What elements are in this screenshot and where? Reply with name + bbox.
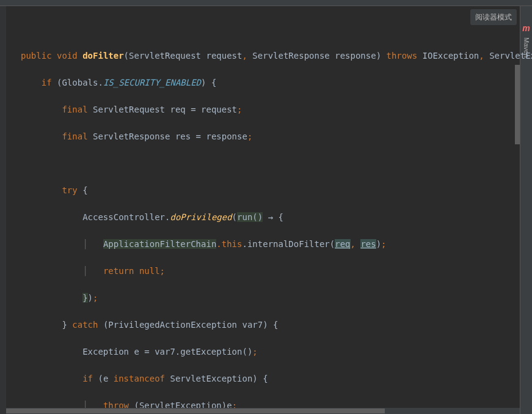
code-line: } catch (PrivilegedActionException var7)…	[6, 318, 532, 331]
code-line: if (Globals.IS_SECURITY_ENABLED) {	[6, 76, 532, 89]
top-bar	[0, 0, 532, 6]
scrollbar-horizontal-track[interactable]	[6, 408, 520, 414]
code-line: Exception e = var7.getException();	[6, 345, 532, 358]
code-line	[6, 157, 532, 170]
code-line: public void doFilter(ServletRequest requ…	[6, 49, 532, 62]
code-line: AccessController.doPrivileged(run() → {	[6, 210, 532, 224]
scrollbar-horizontal-thumb[interactable]	[6, 408, 385, 413]
code-line: try {	[6, 183, 532, 197]
code-line: if (e instanceof ServletException) {	[6, 372, 532, 385]
code-line: final ServletRequest req = request;	[6, 103, 532, 116]
code-line: │ return null;	[6, 264, 532, 278]
code-line: │ ApplicationFilterChain.this.internalDo…	[6, 237, 532, 251]
code-line	[6, 22, 532, 35]
code-area[interactable]: public void doFilter(ServletRequest requ…	[6, 6, 532, 414]
editor-gutter[interactable]	[0, 6, 6, 414]
code-line: final ServletResponse res = response;	[6, 130, 532, 143]
scrollbar-vertical-track[interactable]	[514, 22, 520, 405]
scrollbar-vertical-thumb[interactable]	[515, 65, 520, 144]
editor-container: public void doFilter(ServletRequest requ…	[0, 6, 532, 414]
code-line: });	[6, 291, 532, 305]
reader-mode-badge[interactable]: 阅读器模式	[470, 9, 517, 25]
